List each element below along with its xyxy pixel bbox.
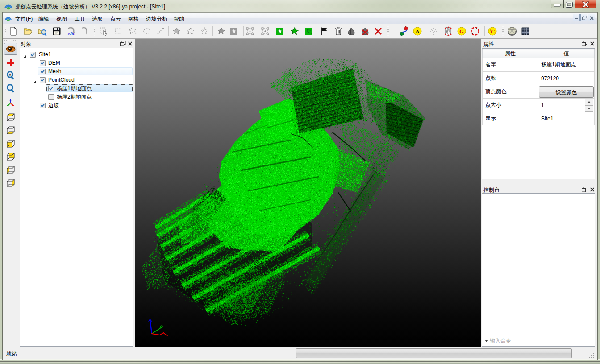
svg-text:A: A bbox=[8, 73, 12, 77]
svg-text:Site: Site bbox=[68, 32, 75, 36]
svg-text:2: 2 bbox=[494, 31, 496, 35]
svg-text:A: A bbox=[415, 28, 420, 35]
svg-text:G: G bbox=[459, 28, 464, 35]
